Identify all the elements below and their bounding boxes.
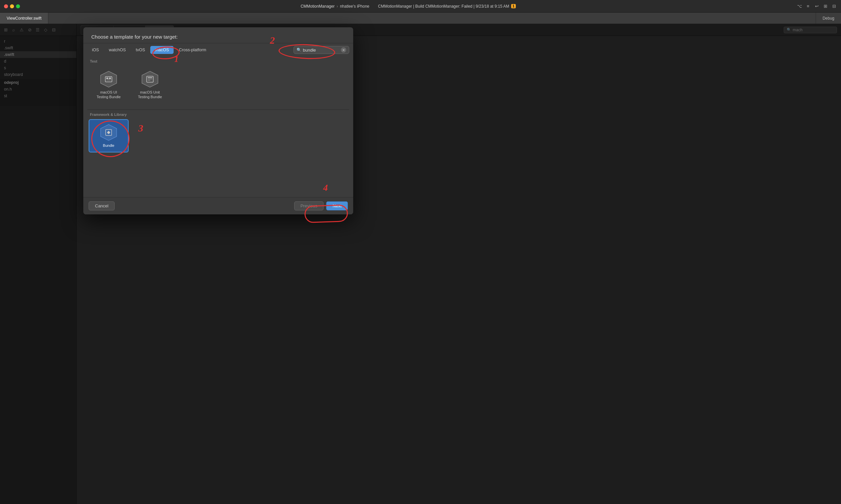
svg-point-12 <box>108 131 109 133</box>
template-macos-ui-testing[interactable]: macOS UITesting Bundle <box>89 66 128 104</box>
tab-watchos[interactable]: watchOS <box>104 46 131 54</box>
close-button[interactable] <box>4 4 8 8</box>
template-label-unit-testing: macOS UnitTesting Bundle <box>138 90 162 100</box>
template-icon-bundle <box>100 124 117 141</box>
previous-button[interactable]: Previous <box>294 201 324 210</box>
svg-rect-4 <box>106 79 111 80</box>
modal-footer: Cancel Previous Next <box>83 197 353 214</box>
device-name: nhatlee's iPhone <box>340 4 369 8</box>
next-button[interactable]: Next <box>326 201 348 210</box>
section-divider <box>87 109 349 110</box>
modal-search: 🔍 ✕ <box>294 46 349 54</box>
svg-marker-0 <box>101 71 117 87</box>
share-icon[interactable]: ↩ <box>814 3 820 9</box>
nav-icon[interactable]: ⊞ <box>822 3 828 9</box>
template-bundle[interactable]: Bundle <box>89 119 128 152</box>
app-name: CMMotionManager <box>301 4 334 8</box>
tab-macos[interactable]: macOS <box>150 46 174 54</box>
tab-debug[interactable]: Debug <box>816 13 841 24</box>
build-status: CMMotionManager | Build CMMotionManager:… <box>378 4 510 8</box>
svg-rect-8 <box>148 78 152 79</box>
cancel-button[interactable]: Cancel <box>89 201 115 210</box>
modal-tabs: iOS watchOS tvOS macOS Cross-platform 🔍 … <box>83 43 353 54</box>
template-icon-ui-testing <box>100 71 117 88</box>
template-macos-unit-testing[interactable]: macOS UnitTesting Bundle <box>130 66 170 104</box>
modal-body: Test macOS UITesting Bundle <box>83 54 353 197</box>
section-framework-header: Framework & Library <box>87 111 349 119</box>
tab-ios[interactable]: iOS <box>87 46 104 54</box>
search-icon: 🔍 <box>296 48 302 52</box>
title-bar-right: ⌥ ≡ ↩ ⊞ ⊟ <box>796 3 837 9</box>
svg-rect-3 <box>109 77 111 79</box>
template-icon-unit-testing <box>141 71 159 88</box>
svg-rect-9 <box>148 80 150 80</box>
title-bar-center: CMMotionManager › nhatlee's iPhone CMMot… <box>23 4 793 8</box>
section-test-header: Test <box>87 58 349 66</box>
breadcrumb-separator: › <box>337 4 338 8</box>
svg-rect-2 <box>106 77 108 79</box>
test-template-grid: macOS UITesting Bundle macOS UnitTestin <box>87 66 349 108</box>
template-label-ui-testing: macOS UITesting Bundle <box>97 90 121 100</box>
tab-viewcontroller[interactable]: ViewController.swift <box>0 13 48 24</box>
modal-overlay: Choose a template for your new target: i… <box>0 24 841 504</box>
modal-search-input[interactable] <box>303 48 340 53</box>
tab-tvos[interactable]: tvOS <box>131 46 150 54</box>
inspector-icon[interactable]: ⊟ <box>831 3 837 9</box>
tab-crossplatform[interactable]: Cross-platform <box>174 46 211 54</box>
footer-right-buttons: Previous Next <box>294 201 348 210</box>
framework-template-grid: Bundle <box>87 119 349 157</box>
template-modal: Choose a template for your new target: i… <box>83 27 353 214</box>
warning-badge[interactable]: 1 <box>511 4 516 8</box>
minimize-button[interactable] <box>10 4 14 8</box>
tab-bar: ViewController.swift Debug <box>0 13 841 24</box>
layout-icon[interactable]: ≡ <box>805 3 811 9</box>
template-label-bundle: Bundle <box>103 143 114 148</box>
svg-rect-7 <box>148 77 152 78</box>
modal-header: Choose a template for your new target: <box>83 27 353 43</box>
title-bar: CMMotionManager › nhatlee's iPhone CMMot… <box>0 0 841 13</box>
maximize-button[interactable] <box>16 4 20 8</box>
modal-title: Choose a template for your new target: <box>91 34 345 40</box>
clear-search-button[interactable]: ✕ <box>341 47 346 53</box>
code-icon[interactable]: ⌥ <box>796 3 802 9</box>
traffic-lights <box>4 4 20 8</box>
